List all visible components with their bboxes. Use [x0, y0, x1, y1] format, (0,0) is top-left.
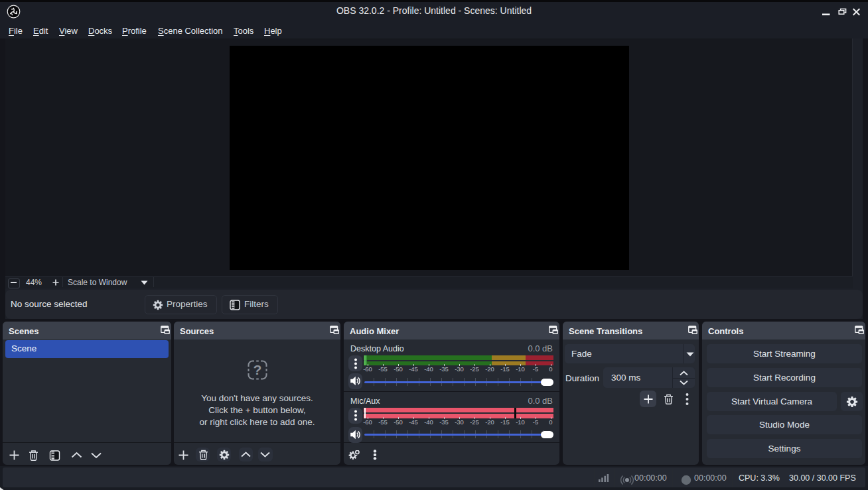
svg-text:?: ?: [253, 362, 262, 377]
